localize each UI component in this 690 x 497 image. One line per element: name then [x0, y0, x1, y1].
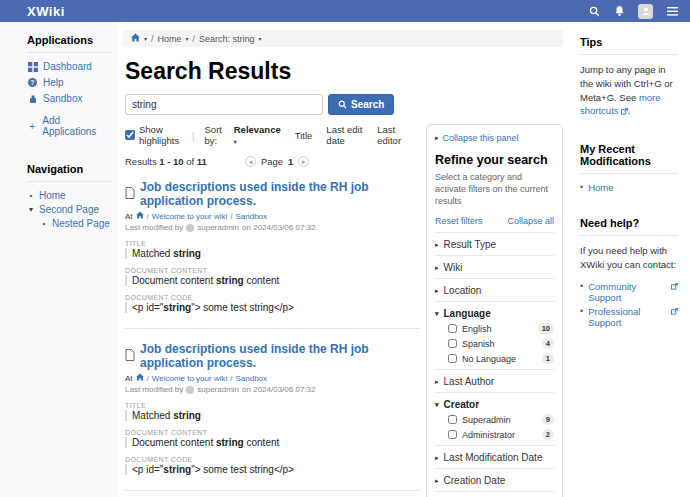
need-help-body: If you need help with XWiki you can cont…: [580, 244, 678, 272]
notifications-bell-icon[interactable]: [613, 5, 625, 17]
result-title-link[interactable]: Job descriptions used inside the RH job …: [140, 342, 420, 370]
facet-checkbox[interactable]: [448, 354, 457, 363]
facet-section-creator: ▾Creator Superadmin 9 Administrator 2: [435, 392, 554, 445]
reset-filters-link[interactable]: Reset filters: [435, 216, 483, 226]
result-divider: [125, 490, 420, 491]
add-applications-button[interactable]: + Add Applications: [27, 115, 112, 137]
nav-item-nested-page[interactable]: • Nested Page: [27, 218, 112, 229]
page-title: Search Results: [125, 58, 563, 85]
chevron-down-icon[interactable]: ▾: [186, 35, 189, 42]
sort-option-relevance[interactable]: Relevance ▾: [234, 124, 281, 146]
breadcrumb-separator: /: [151, 34, 154, 44]
sort-option-last-editor[interactable]: Last editor: [377, 124, 406, 146]
collapse-panel-label: Collapse this panel: [443, 133, 519, 143]
professional-support-link[interactable]: • Professional Support: [580, 306, 678, 328]
sort-option-title[interactable]: Title: [295, 130, 313, 141]
author-link[interactable]: superadmin: [197, 385, 239, 394]
community-support-link[interactable]: • Community Support: [580, 281, 678, 303]
triangle-right-icon: ▸: [435, 454, 439, 462]
search-button-label: Search: [351, 99, 384, 110]
result-location-link[interactable]: Welcome to your wiki: [152, 374, 227, 383]
sidebar-item-label: Dashboard: [43, 61, 92, 72]
sidebar-item-sandbox[interactable]: Sandbox: [27, 93, 112, 104]
path-separator: /: [230, 374, 232, 383]
highlighted-term: string: [163, 302, 191, 313]
count-badge: 9: [542, 414, 554, 425]
result-title-link[interactable]: Job descriptions used inside the RH job …: [140, 180, 420, 208]
facet-section-last-author: ▸Last Author: [435, 369, 554, 392]
search-icon[interactable]: [588, 5, 600, 17]
facet-checkbox[interactable]: [448, 339, 457, 348]
breadcrumb-item-home[interactable]: Home: [158, 34, 182, 44]
search-button[interactable]: Search: [328, 94, 394, 115]
facet-checkbox[interactable]: [448, 324, 457, 333]
path-separator: /: [147, 374, 149, 383]
breadcrumb-item-search[interactable]: Search: string: [199, 34, 255, 44]
external-link-icon: [671, 281, 678, 292]
highlighted-term: string: [173, 248, 201, 259]
page-number: 1: [288, 156, 293, 167]
collapse-all-link[interactable]: Collapse all: [507, 216, 554, 226]
facet-header[interactable]: ▸Last Modification Date: [435, 452, 554, 463]
path-separator: /: [147, 212, 149, 221]
match-field-label: DOCUMENT CONTENT: [125, 267, 420, 274]
recent-item-label: Home: [588, 182, 613, 193]
highlighted-term: string: [216, 275, 244, 286]
help-question-icon: ?: [27, 78, 38, 87]
facet-header[interactable]: ▸Location: [435, 285, 554, 296]
bullet-icon: •: [40, 219, 48, 228]
drawer-menu-icon[interactable]: [666, 5, 678, 17]
result-location-link[interactable]: Sandbox: [235, 374, 267, 383]
sidebar-item-help[interactable]: ? Help: [27, 77, 112, 88]
facet-header[interactable]: ▸Last Author: [435, 376, 554, 387]
facet-header[interactable]: ▸Result Type: [435, 239, 554, 250]
support-link-label: Community Support: [588, 281, 664, 303]
home-icon[interactable]: [131, 33, 140, 44]
facet-checkbox[interactable]: [448, 415, 457, 424]
previous-page-button[interactable]: ◂: [245, 156, 256, 167]
match-field-value: Matched string: [125, 410, 420, 421]
chevron-down-icon: ▾: [234, 139, 237, 145]
chevron-down-icon[interactable]: ▾: [259, 35, 262, 42]
facet-header[interactable]: ▸Wiki: [435, 262, 554, 273]
home-icon[interactable]: [136, 211, 144, 221]
facet-header[interactable]: ▾Creator: [435, 399, 554, 410]
facet-header[interactable]: ▸Creation Date: [435, 475, 554, 486]
result-location-link[interactable]: Welcome to your wiki: [152, 212, 227, 221]
add-applications-label: Add Applications: [42, 115, 112, 137]
count-badge: 2: [542, 429, 554, 440]
xwiki-logo[interactable]: XWiki: [27, 4, 65, 19]
search-input[interactable]: [125, 94, 323, 115]
match-field-label: DOCUMENT CONTENT: [125, 429, 420, 436]
facet-section-wiki: ▸Wiki: [435, 255, 554, 278]
collapse-panel-button[interactable]: ▸ Collapse this panel: [435, 133, 554, 143]
search-result-item: Job descriptions used inside the RH job …: [125, 342, 420, 491]
results-summary: Results 1 - 10 of 11: [125, 156, 207, 167]
sidebar-item-dashboard[interactable]: Dashboard: [27, 61, 112, 72]
facet-section-location: ▸Location: [435, 278, 554, 301]
results-summary-row: Results 1 - 10 of 11 ◂ Page 1 ▸: [125, 156, 420, 167]
facet-option-english: English 10: [435, 319, 554, 334]
triangle-right-icon: ▸: [435, 241, 439, 249]
author-link[interactable]: superadmin: [197, 223, 239, 232]
nav-item-second-page[interactable]: ▾ Second Page: [27, 204, 112, 215]
recent-item-home[interactable]: • Home: [580, 182, 678, 193]
user-avatar[interactable]: [638, 4, 653, 19]
nav-item-home[interactable]: • Home: [27, 190, 112, 201]
facet-header[interactable]: ▾Language: [435, 308, 554, 319]
external-link-icon: [621, 105, 628, 119]
home-icon[interactable]: [136, 373, 144, 383]
result-divider: [125, 328, 420, 329]
count-badge: 4: [542, 338, 554, 349]
next-page-button[interactable]: ▸: [298, 156, 309, 167]
chevron-down-icon[interactable]: ▾: [27, 205, 35, 214]
dashboard-grid-icon: [27, 62, 38, 72]
sort-option-last-edit-date[interactable]: Last edit date: [326, 124, 363, 146]
chevron-down-icon[interactable]: ▾: [144, 35, 147, 42]
breadcrumb: ▾ / Home ▾ / Search: string ▾: [123, 30, 563, 47]
results-total: 11: [197, 156, 207, 167]
show-highlights-checkbox[interactable]: [125, 130, 135, 140]
match-field-label: TITLE: [125, 240, 420, 247]
result-location-link[interactable]: Sandbox: [235, 212, 267, 221]
facet-checkbox[interactable]: [448, 430, 457, 439]
